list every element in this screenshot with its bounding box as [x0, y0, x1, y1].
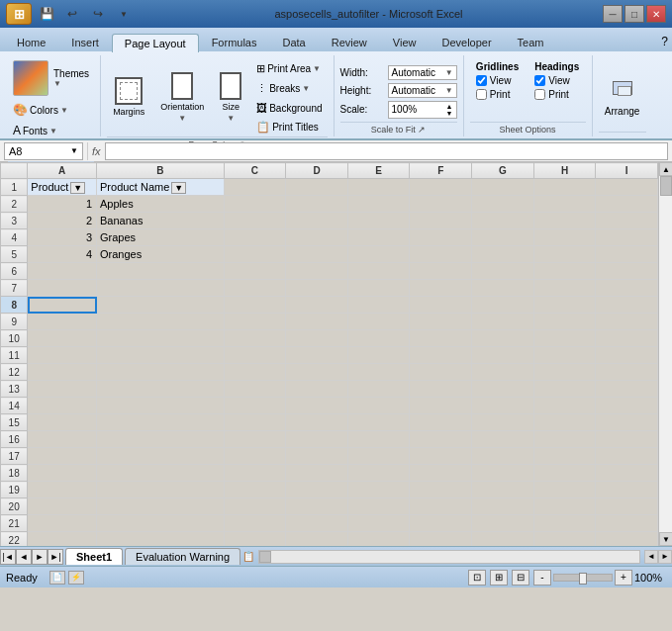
cell-c7[interactable]: [224, 280, 286, 297]
cell-f8[interactable]: [410, 297, 472, 314]
col-header-d[interactable]: D: [286, 163, 348, 179]
cell-b4[interactable]: Grapes: [97, 229, 225, 246]
cell-h6[interactable]: [533, 263, 596, 280]
qat-undo-btn[interactable]: ↩: [61, 4, 83, 24]
cell-e3[interactable]: [347, 213, 410, 229]
cell-d5[interactable]: [286, 246, 348, 263]
cell-a6[interactable]: [28, 263, 97, 280]
close-btn[interactable]: ✕: [646, 5, 666, 23]
zoom-thumb[interactable]: [579, 573, 587, 585]
cell-b6[interactable]: [97, 263, 225, 280]
cell-b2[interactable]: Apples: [97, 196, 225, 213]
zoom-in-btn[interactable]: +: [615, 570, 632, 586]
cell-g7[interactable]: [472, 280, 534, 297]
cell-b1[interactable]: Product Name▼: [97, 179, 225, 196]
headings-view-checkbox[interactable]: [534, 75, 545, 86]
cell-f2[interactable]: [410, 196, 472, 213]
cell-g2[interactable]: [472, 196, 534, 213]
orientation-button[interactable]: Orientation ▼: [154, 68, 210, 127]
cell-b3[interactable]: Bananas: [97, 213, 225, 229]
filter-btn-a1[interactable]: ▼: [70, 182, 85, 194]
corner-cell[interactable]: [1, 163, 28, 179]
sheet-nav-first[interactable]: |◄: [0, 549, 16, 565]
tab-view[interactable]: View: [380, 33, 430, 51]
cell-f5[interactable]: [410, 246, 472, 263]
cell-e5[interactable]: [347, 246, 410, 263]
headings-print-checkbox[interactable]: [534, 89, 545, 100]
cell-h1[interactable]: [533, 179, 596, 196]
colors-button[interactable]: 🎨 Colors ▼: [8, 100, 73, 120]
cell-a5[interactable]: 4: [28, 246, 97, 263]
name-box-arrow[interactable]: ▼: [70, 146, 78, 155]
h-scroll-thumb[interactable]: [259, 551, 271, 563]
sheet-tab-eval[interactable]: Evaluation Warning: [125, 548, 240, 565]
cell-f6[interactable]: [410, 263, 472, 280]
print-area-button[interactable]: ⊞ Print Area ▼: [251, 59, 327, 78]
tab-home[interactable]: Home: [4, 33, 58, 51]
cell-i5[interactable]: [596, 246, 658, 263]
horizontal-scrollbar[interactable]: [258, 550, 640, 564]
themes-button[interactable]: Themes ▼: [8, 57, 94, 99]
qat-redo-btn[interactable]: ↪: [87, 4, 109, 24]
cell-i2[interactable]: [596, 196, 658, 213]
cell-d1[interactable]: [286, 179, 348, 196]
cell-i7[interactable]: [596, 280, 658, 297]
cell-d4[interactable]: [286, 229, 348, 246]
width-dropdown[interactable]: Automatic ▼: [388, 65, 457, 80]
cell-b8[interactable]: [97, 297, 225, 314]
name-box[interactable]: A8 ▼: [4, 142, 83, 160]
margins-button[interactable]: Margins: [107, 73, 150, 121]
gridlines-view-checkbox[interactable]: [476, 75, 487, 86]
breaks-button[interactable]: ⋮ Breaks ▼: [251, 79, 327, 98]
col-header-h[interactable]: H: [533, 163, 596, 179]
cell-a4[interactable]: 3: [28, 229, 97, 246]
cell-e8[interactable]: [347, 297, 410, 314]
cell-g1[interactable]: [472, 179, 534, 196]
fonts-button[interactable]: A Fonts ▼: [8, 121, 62, 140]
cell-h8[interactable]: [533, 297, 596, 314]
ribbon-help-icon[interactable]: ?: [661, 35, 668, 51]
col-header-i[interactable]: I: [596, 163, 658, 179]
cell-b7[interactable]: [97, 280, 225, 297]
cell-f1[interactable]: [410, 179, 472, 196]
tab-formulas[interactable]: Formulas: [199, 33, 270, 51]
arrange-button[interactable]: Arrange: [599, 68, 646, 121]
cell-g8[interactable]: [472, 297, 534, 314]
tab-data[interactable]: Data: [269, 33, 318, 51]
cell-g5[interactable]: [472, 246, 534, 263]
cell-h2[interactable]: [533, 196, 596, 213]
zoom-slider[interactable]: [553, 574, 613, 582]
scroll-thumb[interactable]: [660, 176, 672, 196]
cell-c8[interactable]: [224, 297, 286, 314]
cell-c1[interactable]: [224, 179, 286, 196]
cell-b5[interactable]: Oranges: [97, 246, 225, 263]
qat-dropdown-btn[interactable]: ▼: [113, 4, 135, 24]
cell-c4[interactable]: [224, 229, 286, 246]
gridlines-print-checkbox[interactable]: [476, 89, 487, 100]
col-header-a[interactable]: A: [28, 163, 97, 179]
cell-h5[interactable]: [533, 246, 596, 263]
tab-developer[interactable]: Developer: [429, 33, 504, 51]
cell-d3[interactable]: [286, 213, 348, 229]
vertical-scrollbar[interactable]: ▲ ▼: [658, 162, 672, 546]
qat-save-btn[interactable]: 💾: [36, 4, 57, 24]
normal-view-btn[interactable]: ⊡: [468, 570, 486, 586]
page-break-view-btn[interactable]: ⊟: [512, 570, 529, 586]
cell-i8[interactable]: [596, 297, 658, 314]
cell-e4[interactable]: [347, 229, 410, 246]
tab-team[interactable]: Team: [505, 33, 557, 51]
office-button[interactable]: ⊞: [6, 3, 32, 25]
cell-g6[interactable]: [472, 263, 534, 280]
sheet-nav-next[interactable]: ►: [32, 549, 48, 565]
scroll-left-btn[interactable]: ◄: [644, 550, 658, 564]
cell-a7[interactable]: [28, 280, 97, 297]
scroll-down-btn[interactable]: ▼: [659, 532, 672, 546]
sheet-nav-last[interactable]: ►|: [48, 549, 63, 565]
print-titles-button[interactable]: 📋 Print Titles: [251, 118, 327, 136]
page-layout-view-btn[interactable]: ⊞: [490, 570, 508, 586]
cell-d2[interactable]: [286, 196, 348, 213]
cell-a8[interactable]: [28, 297, 97, 314]
sheet-nav-prev[interactable]: ◄: [16, 549, 32, 565]
tab-page-layout[interactable]: Page Layout: [112, 34, 199, 52]
formula-input[interactable]: [105, 142, 668, 160]
